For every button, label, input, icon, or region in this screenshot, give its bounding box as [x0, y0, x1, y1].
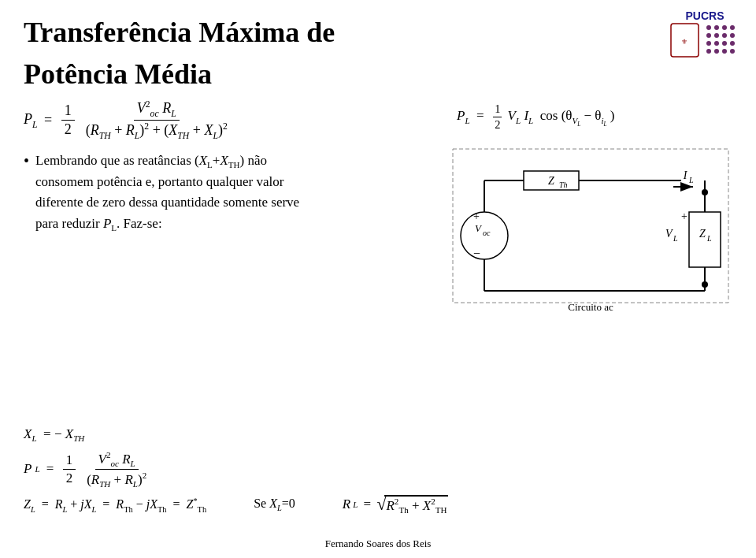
right-formula: PL = 1 2 VL IL cos (θVL − θiL )	[457, 102, 740, 132]
formula-xL: XL = − XTH	[24, 426, 732, 443]
formula-pl-bottom: PL = 1 2 V2oc RL (RTH + RL)2	[24, 450, 732, 489]
svg-point-30	[702, 189, 708, 195]
circuit-diagram: Z Th I L Z L V L	[445, 141, 736, 322]
svg-text:Th: Th	[559, 180, 568, 189]
formula-rl-sqrt: RL = √ R2Th + X2TH	[343, 495, 449, 515]
page-container: Transferência Máxima de Potência Média P…	[0, 0, 756, 558]
title-line2: Potência Média	[24, 58, 732, 91]
svg-text:oc: oc	[483, 229, 491, 237]
svg-text:Z: Z	[548, 175, 554, 187]
formula-row-bottom: ZL = RL + jXL = RTh − jXTh = Z*Th Se XL=…	[24, 495, 732, 515]
page-title: Transferência Máxima de Potência Média	[24, 16, 732, 91]
svg-text:L: L	[706, 234, 712, 243]
bullet-icon: •	[24, 149, 29, 173]
svg-text:L: L	[688, 176, 694, 184]
equals: =	[41, 112, 56, 128]
formula-zl: ZL = RL + jXL = RTh − jXTh = Z*Th	[24, 497, 206, 514]
svg-text:+: +	[681, 210, 687, 222]
svg-text:+: +	[473, 210, 480, 222]
footer-text: Fernando Soares dos Reis	[325, 538, 432, 550]
title-line1: Transferência Máxima de	[24, 16, 732, 50]
se-xl-label: Se XL=0	[254, 497, 295, 512]
bullet-point: • Lembrando que as reatâncias (XL+XTH) n…	[24, 151, 323, 236]
bullet-content: Lembrando que as reatâncias (XL+XTH) não…	[35, 151, 323, 236]
svg-rect-31	[689, 212, 721, 267]
svg-point-38	[702, 281, 708, 288]
pl-label: PL	[24, 111, 38, 130]
bottom-section: XL = − XTH PL = 1 2 V2oc RL (RTH + RL)2	[24, 426, 732, 515]
svg-text:I: I	[683, 169, 688, 181]
svg-text:L: L	[673, 234, 678, 243]
frac-half: 1 2	[61, 102, 75, 138]
svg-text:V: V	[665, 228, 673, 240]
svg-text:−: −	[473, 247, 480, 260]
main-frac: V2oc RL (RTH + RL)2 + (XTH + XL)2	[83, 99, 231, 140]
right-section: PL = 1 2 VL IL cos (θVL − θiL ) Z Th I L	[441, 102, 740, 322]
svg-text:Circuito ac: Circuito ac	[568, 301, 613, 313]
svg-text:Z: Z	[699, 228, 706, 240]
